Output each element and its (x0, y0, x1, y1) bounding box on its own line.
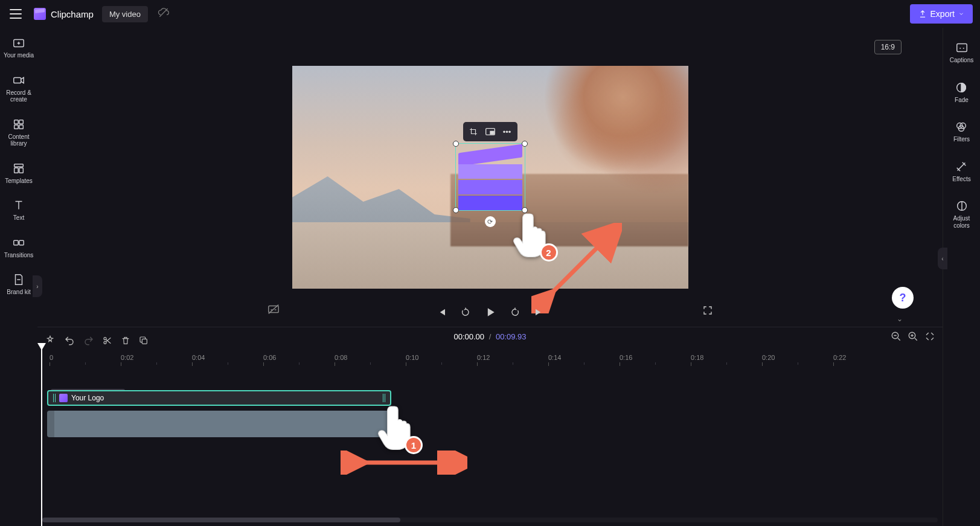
sidebar-item-filters[interactable]: Filters (952, 118, 971, 146)
rewind-button[interactable] (460, 307, 471, 318)
timecode-display: 00:00.00 / 00:09.93 (453, 332, 526, 341)
templates-icon (12, 162, 25, 175)
copy-button[interactable] (139, 336, 149, 345)
ruler-minor-tick (726, 362, 727, 365)
svg-rect-10 (14, 240, 18, 245)
overlay-logo-graphic (458, 146, 522, 208)
clip-trim-handle-left[interactable] (53, 394, 56, 402)
zoom-out-button[interactable] (891, 331, 902, 344)
clipchamp-icon (34, 8, 46, 20)
delete-button[interactable] (121, 336, 130, 345)
overlay-toolbar: ••• (463, 122, 517, 141)
overlay-more-button[interactable]: ••• (499, 124, 515, 139)
sidebar-item-label: Content library (1, 133, 36, 147)
app-logo[interactable]: Clipchamp (34, 8, 94, 20)
app-header: Clipchamp My video Export (0, 0, 980, 28)
effects-icon (955, 160, 968, 173)
time-separator: / (489, 332, 492, 341)
forward-button[interactable] (510, 307, 520, 318)
split-button[interactable] (103, 336, 112, 345)
sidebar-item-brand-kit[interactable]: Brand kit (5, 271, 31, 298)
right-sidebar: Captions Fade Filters Effects Adjust col… (943, 28, 980, 526)
resize-handle-bl[interactable] (453, 207, 459, 213)
svg-rect-6 (19, 124, 23, 128)
zoom-in-button[interactable] (908, 331, 918, 344)
clip-trim-handle-right[interactable] (383, 394, 385, 402)
ruler-minor-tick (441, 362, 442, 365)
preview-canvas[interactable]: ••• ⟳ 2 (292, 66, 688, 289)
ruler-tick: 0:12 (477, 354, 490, 361)
ruler-tick: 0:16 (620, 354, 632, 361)
svg-rect-8 (14, 168, 18, 173)
sidebar-item-transitions[interactable]: Transitions (3, 234, 35, 261)
zoom-fit-button[interactable] (924, 331, 935, 344)
skip-back-button[interactable] (436, 307, 447, 318)
sidebar-item-label: Text (13, 214, 24, 222)
magic-button[interactable] (45, 335, 56, 346)
right-sidebar-collapse-handle[interactable]: ‹ (938, 248, 947, 269)
transitions-icon (12, 236, 25, 249)
track-video[interactable] (45, 411, 935, 440)
annotation-diagonal-arrow (531, 223, 622, 313)
sidebar-item-adjust-colors[interactable]: Adjust colors (943, 197, 980, 231)
sidebar-item-effects[interactable]: Effects (951, 158, 972, 185)
aspect-ratio-button[interactable]: 16:9 (874, 40, 902, 54)
crop-button[interactable] (466, 124, 481, 139)
svg-rect-13 (490, 131, 494, 134)
skip-forward-button[interactable] (534, 307, 545, 318)
resize-handle-tl[interactable] (453, 141, 459, 147)
sidebar-item-label: Record & create (1, 89, 36, 103)
ruler-minor-tick (228, 362, 228, 365)
preview-zone: 16:9 ••• (37, 28, 943, 327)
sidebar-item-record-create[interactable]: Record & create (0, 71, 37, 106)
redo-button[interactable] (83, 335, 94, 346)
clip-video[interactable] (47, 411, 391, 437)
help-button[interactable]: ? (892, 287, 914, 309)
sidebar-item-templates[interactable]: Templates (4, 159, 34, 187)
resize-handle-tr[interactable] (522, 141, 528, 147)
ruler-tick: 0:02 (121, 354, 133, 361)
rotate-handle[interactable]: ⟳ (485, 216, 496, 227)
selected-overlay[interactable]: ••• ⟳ (455, 143, 525, 211)
brandkit-icon (12, 273, 25, 286)
library-icon (12, 118, 25, 131)
project-name-input[interactable]: My video (102, 6, 148, 22)
ruler-tick: 0:10 (406, 354, 418, 361)
sidebar-item-label: Templates (5, 178, 33, 185)
captions-toggle-button[interactable] (267, 303, 280, 318)
timeline-ruler[interactable]: 00:020:040:060:080:100:120:140:160:180:2… (45, 354, 935, 368)
sidebar-item-captions[interactable]: Captions (949, 39, 975, 66)
panel-collapse-button[interactable]: ⌄ (897, 315, 903, 323)
ruler-tick: 0:18 (691, 354, 703, 361)
cloud-sync-icon[interactable] (158, 7, 170, 21)
sidebar-item-label: Brand kit (7, 289, 30, 296)
sidebar-item-content-library[interactable]: Content library (0, 115, 37, 150)
export-button[interactable]: Export (910, 4, 973, 24)
fullscreen-button[interactable] (702, 305, 713, 318)
timeline-scrollbar-thumb[interactable] (42, 518, 400, 522)
ruler-minor-tick (156, 362, 157, 365)
sidebar-item-your-media[interactable]: Your media (2, 34, 35, 62)
timeline-scrollbar[interactable] (42, 518, 938, 522)
pip-button[interactable] (482, 124, 498, 139)
clip-logo[interactable]: Your Logo (47, 390, 391, 406)
ruler-minor-tick (513, 362, 513, 365)
sidebar-item-label: Captions (950, 57, 973, 64)
ruler-minor-tick (584, 362, 584, 365)
annotation-hand-1: 1 (376, 402, 419, 452)
ruler-tick: 0:06 (263, 354, 276, 361)
svg-rect-2 (14, 77, 21, 83)
ruler-tick: 0 (50, 354, 53, 361)
ruler-minor-tick (299, 362, 299, 365)
menu-button[interactable] (7, 5, 24, 22)
track-overlay[interactable]: Your Logo (45, 390, 935, 407)
undo-button[interactable] (64, 335, 75, 346)
play-button[interactable] (484, 306, 496, 318)
sidebar-item-label: Effects (952, 176, 970, 183)
ruler-tick: 0:08 (335, 354, 347, 361)
sidebar-item-text[interactable]: Text (11, 196, 27, 224)
captions-icon (955, 41, 969, 54)
sidebar-item-fade[interactable]: Fade (953, 79, 970, 106)
ruler-tick: 0:22 (833, 354, 846, 361)
playhead[interactable] (41, 348, 42, 526)
